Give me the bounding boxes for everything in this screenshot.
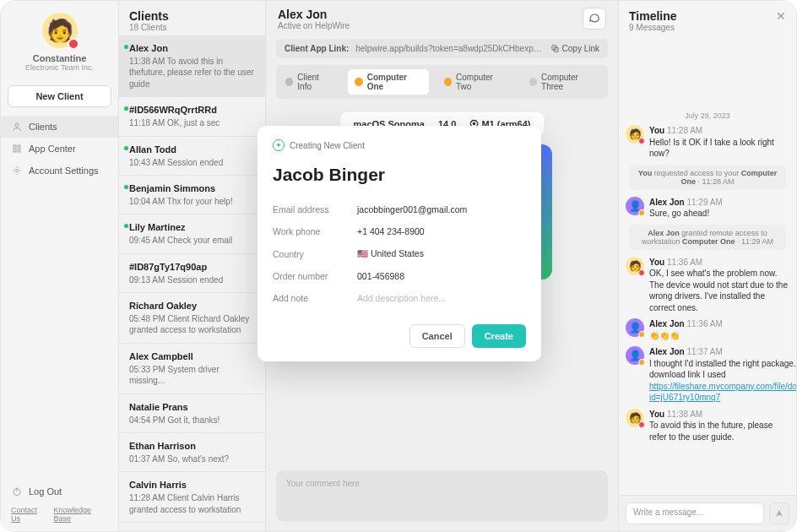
nav-items: ClientsApp CenterAccount Settings: [1, 116, 118, 182]
message-header: Alex Jon 11:36 AM: [649, 318, 789, 330]
field-label: Add note: [273, 293, 357, 303]
client-meta: 11:18 AM OK, just a sec: [129, 117, 257, 129]
user-avatar[interactable]: 🧑: [42, 13, 78, 48]
client-item[interactable]: Mike Richer: [119, 523, 265, 531]
clients-icon: [11, 121, 23, 133]
presence-dot-icon: [124, 224, 128, 228]
user-block: 🧑 Constantine Electronic Team Inc.: [1, 1, 118, 77]
client-subtitle: Active on HelpWire: [278, 21, 350, 30]
sidebar-nav: 🧑 Constantine Electronic Team Inc. New C…: [1, 1, 119, 531]
field-label: Order number: [273, 271, 357, 281]
message-input[interactable]: Write a message...: [626, 502, 764, 524]
comment-input[interactable]: Your comment here: [276, 470, 608, 521]
client-name: Natalie Prans: [129, 401, 257, 414]
chat-toggle-button[interactable]: [583, 8, 606, 30]
tab-computer-one[interactable]: Computer One: [348, 69, 428, 95]
new-client-button[interactable]: New Client: [8, 85, 111, 107]
message-avatar: 👤: [626, 346, 644, 365]
cancel-button[interactable]: Cancel: [409, 324, 465, 348]
client-item[interactable]: #ID87gTy17q90ap09:13 AM Session ended: [119, 254, 265, 293]
new-client-modal: + Creating New Client Jacob Binger Email…: [258, 126, 541, 361]
nav-item-account-settings[interactable]: Account Settings: [1, 160, 118, 182]
timeline-header: Timeline 9 Messages ✕: [619, 1, 796, 35]
app-center-icon: [11, 143, 23, 155]
client-name: Calvin Harris: [129, 479, 257, 491]
knowledge-base-link[interactable]: Knowledge Base: [54, 506, 109, 523]
computer-icon: [529, 78, 537, 86]
client-meta: 09:45 AM Check your email: [129, 235, 257, 247]
nav-bottom: Log Out Contact Us Knowledge Base: [1, 477, 118, 531]
clients-header: Clients 18 Clients: [119, 1, 265, 35]
send-button[interactable]: [769, 502, 789, 524]
field-label: Work phone: [273, 226, 357, 236]
modal-client-name: Jacob Binger: [273, 165, 526, 185]
message-link[interactable]: https://fileshare.mycompany.com/file/dow…: [649, 382, 796, 403]
tab-computer-three[interactable]: Computer Three: [523, 69, 605, 95]
client-name: #ID87gTy17q90ap: [129, 261, 257, 274]
client-item[interactable]: Alex Jon11:38 AM To avoid this in thefut…: [119, 35, 265, 97]
message-header: You 11:36 AM: [649, 257, 789, 269]
client-title: Alex Jon: [278, 8, 350, 21]
client-name: Benjamin Simmons: [129, 182, 257, 195]
presence-dot-icon: [638, 421, 645, 428]
field-label: Email address: [273, 204, 357, 214]
send-icon: [774, 508, 784, 518]
copy-link-button[interactable]: Copy Link: [550, 44, 599, 53]
client-meta: 09:13 AM Session ended: [129, 274, 257, 286]
client-item[interactable]: #ID566WRqQrrtRRd11:18 AM OK, just a sec: [119, 97, 265, 136]
modal-field-row[interactable]: Work phone+1 404 234-8900: [273, 220, 526, 242]
create-button[interactable]: Create: [472, 324, 526, 348]
tab-label: Computer One: [367, 73, 422, 91]
client-item[interactable]: Richard Oakley05:48 PM Client Richard Oa…: [119, 293, 265, 344]
client-meta: 01:37 AM So, what's next?: [129, 453, 257, 465]
client-name: Lily Martinez: [129, 221, 257, 234]
timeline-message: 🧑You 11:38 AMTo avoid this in the future…: [626, 409, 789, 443]
nav-item-clients[interactable]: Clients: [1, 116, 118, 138]
svg-point-5: [16, 170, 19, 172]
clients-panel: Clients 18 Clients Alex Jon11:38 AM To a…: [119, 1, 266, 531]
client-item[interactable]: Calvin Harris11:28 AM Client Calvin Harr…: [119, 472, 265, 523]
modal-fields: Email addressjacobbinger001@gmail.comWor…: [273, 198, 526, 309]
computer-icon: [444, 78, 452, 86]
modal-field-row[interactable]: Add noteAdd description here...: [273, 287, 526, 309]
client-meta: 10:43 AM Session ended: [129, 157, 257, 169]
presence-dot-icon: [638, 209, 645, 216]
client-item[interactable]: Allan Todd10:43 AM Session ended: [119, 137, 265, 176]
footer-links: Contact Us Knowledge Base: [11, 506, 108, 523]
client-item[interactable]: Alex Campbell05:33 PM System driver miss…: [119, 344, 265, 394]
field-value: jacobbinger001@gmail.com: [357, 204, 467, 214]
modal-field-row[interactable]: Country🇺🇸 United States: [273, 242, 526, 265]
timeline-messages[interactable]: 🧑You 11:28 AMHello! Is it OK if I take a…: [619, 125, 796, 495]
message-text: I thought I'd installed the right packag…: [649, 358, 796, 404]
clients-list[interactable]: Alex Jon11:38 AM To avoid this in thefut…: [119, 35, 265, 531]
client-name: #ID566WRqQrrtRRd: [129, 104, 257, 117]
modal-field-row[interactable]: Email addressjacobbinger001@gmail.com: [273, 198, 526, 220]
tab-label: Client Info: [297, 73, 333, 91]
timeline-title: Timeline: [629, 9, 677, 23]
presence-dot-icon: [638, 331, 645, 338]
client-item[interactable]: Benjamin Simmons10:04 AM Thx for your he…: [119, 176, 265, 214]
message-avatar: 👤: [626, 197, 644, 215]
modal-heading: + Creating New Client: [273, 139, 526, 151]
message-header: Alex Jon 11:29 AM: [649, 197, 789, 209]
nav-item-app-center[interactable]: App Center: [1, 138, 118, 160]
client-item[interactable]: Lily Martinez09:45 AM Check your email: [119, 214, 265, 253]
modal-field-row[interactable]: Order number001-456988: [273, 265, 526, 287]
field-value: 001-456988: [357, 271, 404, 281]
presence-dot-icon: [124, 45, 128, 49]
client-item[interactable]: Natalie Prans04:54 PM Got it, thanks!: [119, 394, 265, 433]
client-name: Mike Richer: [129, 529, 257, 531]
client-item[interactable]: Ethan Harrison01:37 AM So, what's next?: [119, 433, 265, 472]
tabs-row: Client InfoComputer OneComputer TwoCompu…: [276, 65, 608, 99]
contact-us-link[interactable]: Contact Us: [11, 506, 47, 523]
tab-computer-two[interactable]: Computer Two: [437, 69, 514, 95]
app-window: 🧑 Constantine Electronic Team Inc. New C…: [0, 0, 797, 532]
tab-client-info[interactable]: Client Info: [279, 69, 339, 95]
logout-button[interactable]: Log Out: [11, 486, 108, 497]
timeline-message: 👤Alex Jon 11:37 AMI thought I'd installe…: [626, 346, 789, 404]
message-avatar: 🧑: [626, 125, 644, 144]
timeline-message: 🧑You 11:36 AMOK, I see what's the proble…: [626, 257, 789, 314]
close-icon[interactable]: ✕: [776, 9, 786, 23]
client-meta: 05:48 PM Client Richard Oakley granted a…: [129, 313, 257, 336]
system-event: You requested access to your Computer On…: [629, 165, 786, 190]
